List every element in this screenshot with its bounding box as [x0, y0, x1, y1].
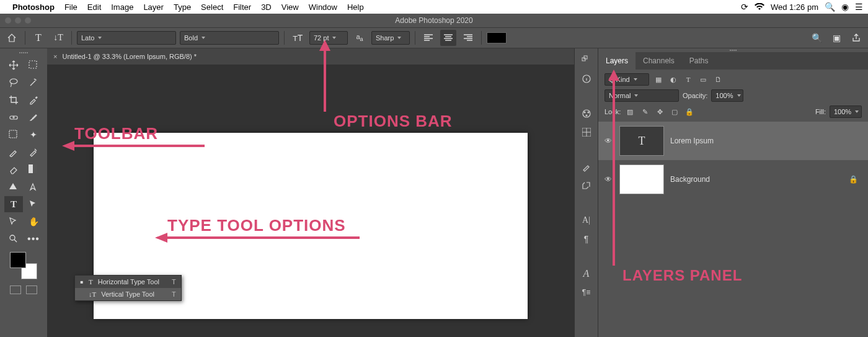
foreground-color-swatch[interactable] — [10, 252, 26, 268]
eraser-tool[interactable] — [4, 161, 23, 177]
gradient-tool[interactable] — [24, 161, 43, 177]
menu-file[interactable]: File — [64, 2, 78, 12]
zoom-tool[interactable] — [4, 231, 23, 247]
history-brush-tool[interactable] — [24, 144, 43, 160]
direct-selection-tool[interactable] — [4, 213, 23, 230]
lasso-tool[interactable] — [4, 74, 23, 91]
info-panel-icon[interactable] — [581, 73, 592, 84]
glyphs-panel-icon[interactable]: A — [581, 268, 592, 279]
layer-thumbnail[interactable] — [619, 164, 664, 194]
pen-tool[interactable] — [24, 179, 43, 195]
type-tool-indicator-icon[interactable]: T — [30, 30, 46, 46]
menu-3d[interactable]: 3D — [261, 2, 272, 12]
home-button[interactable] — [4, 30, 20, 46]
grid-panel-icon[interactable] — [581, 127, 592, 138]
filter-smart-icon[interactable]: 🗋 — [712, 74, 724, 85]
flyout-vertical-type[interactable]: ↓T Vertical Type Tool T — [75, 288, 181, 300]
align-right-button[interactable] — [460, 30, 476, 46]
menu-window[interactable]: Window — [309, 2, 337, 12]
menubar-clock[interactable]: Wed 1:26 pm — [771, 2, 818, 12]
font-style-dropdown[interactable]: Bold — [180, 31, 279, 45]
tab-paths[interactable]: Paths — [682, 52, 716, 70]
screen-mode-button[interactable]: ▣ — [828, 30, 844, 46]
close-tab-icon[interactable]: × — [53, 53, 57, 60]
toolbar-grip[interactable] — [14, 52, 33, 55]
flyout-item-shortcut: T — [172, 278, 176, 285]
search-button[interactable]: 🔍 — [808, 30, 825, 46]
document-tab[interactable]: × Untitled-1 @ 33.3% (Lorem Ipsum, RGB/8… — [47, 48, 574, 65]
layer-thumbnail[interactable]: T — [619, 126, 664, 156]
type-tool-flyout: ■ T Horizontal Type Tool T ↓T Vertical T… — [74, 275, 182, 301]
brush-tool[interactable] — [24, 109, 43, 125]
menu-help[interactable]: Help — [347, 2, 364, 12]
clone-panel-icon[interactable] — [581, 180, 592, 191]
shape-triangle-tool[interactable] — [4, 179, 23, 195]
wifi-icon[interactable] — [755, 3, 764, 11]
align-left-button[interactable] — [420, 30, 436, 46]
filter-adjust-icon[interactable]: ◐ — [668, 74, 679, 85]
brush-panel-icon[interactable] — [581, 161, 592, 173]
visibility-toggle-icon[interactable]: 👁 — [603, 175, 613, 184]
filter-image-icon[interactable]: ▦ — [653, 74, 664, 85]
lock-all-icon[interactable]: 🔒 — [684, 106, 695, 117]
filter-shape-icon[interactable]: ▭ — [698, 74, 709, 85]
siri-icon[interactable]: ◉ — [841, 2, 849, 11]
lock-artboard-icon[interactable]: ▢ — [669, 106, 680, 117]
window-controls[interactable] — [5, 17, 31, 24]
tab-layers[interactable]: Layers — [598, 52, 636, 70]
move-tool[interactable] — [4, 57, 23, 73]
marquee-tool[interactable] — [24, 57, 43, 73]
type-tool[interactable]: T — [4, 196, 23, 212]
menu-filter[interactable]: Filter — [233, 2, 251, 12]
notification-center-icon[interactable]: ☰ — [855, 2, 863, 11]
layer-name[interactable]: Background — [670, 175, 710, 184]
opacity-dropdown[interactable]: 100% — [711, 89, 743, 102]
layer-row[interactable]: 👁 T Lorem Ipsum — [598, 122, 868, 160]
antialias-icon: aa — [352, 30, 368, 46]
clone-stamp-tool[interactable]: ✦ — [24, 127, 43, 143]
color-panel-icon[interactable] — [581, 55, 592, 66]
font-family-dropdown[interactable]: Lato — [77, 31, 176, 45]
menu-image[interactable]: Image — [111, 2, 133, 12]
lock-pixels-icon[interactable]: ▨ — [624, 106, 636, 117]
styles-panel-icon[interactable]: ¶≡ — [581, 287, 592, 298]
flyout-horizontal-type[interactable]: ■ T Horizontal Type Tool T — [75, 276, 181, 288]
paintbrush-tool[interactable] — [4, 144, 23, 160]
lock-brush-icon[interactable]: ✎ — [639, 106, 650, 117]
sync-icon[interactable]: ⟳ — [741, 2, 748, 11]
menu-view[interactable]: View — [281, 2, 299, 12]
fill-dropdown[interactable]: 100% — [830, 106, 862, 118]
tab-channels[interactable]: Channels — [636, 52, 682, 70]
lock-position-icon[interactable]: ✥ — [654, 106, 665, 117]
eyedropper-tool[interactable] — [24, 92, 43, 108]
hand-tool[interactable]: ✋ — [24, 213, 43, 230]
magic-wand-tool[interactable] — [24, 74, 43, 91]
character-panel-icon[interactable]: A| — [581, 215, 592, 226]
more-tools[interactable]: ••• — [24, 231, 43, 247]
align-center-button[interactable] — [440, 30, 456, 46]
menu-type[interactable]: Type — [174, 2, 191, 12]
layer-name[interactable]: Lorem Ipsum — [670, 137, 714, 145]
healing-brush-tool[interactable] — [4, 109, 23, 125]
path-selection-tool[interactable] — [24, 196, 43, 212]
menu-edit[interactable]: Edit — [87, 2, 101, 12]
text-orientation-toggle[interactable]: ↓T — [50, 30, 66, 46]
frame-tool[interactable] — [4, 127, 23, 143]
share-button[interactable] — [848, 30, 864, 46]
paragraph-panel-icon[interactable]: ¶ — [581, 233, 592, 245]
antialias-dropdown[interactable]: Sharp — [371, 31, 410, 45]
layer-row[interactable]: 👁 Background 🔒 — [598, 160, 868, 199]
quick-mask-toggle[interactable] — [10, 285, 21, 294]
blend-mode-dropdown[interactable]: Normal — [604, 89, 679, 102]
menu-select[interactable]: Select — [201, 2, 223, 12]
spotlight-icon[interactable]: 🔍 — [825, 2, 835, 11]
visibility-toggle-icon[interactable]: 👁 — [603, 137, 613, 145]
screen-mode-toggle[interactable] — [26, 285, 37, 294]
menu-layer[interactable]: Layer — [143, 2, 164, 12]
filter-type-icon[interactable]: T — [683, 74, 694, 85]
crop-tool[interactable] — [4, 92, 23, 108]
swatches-panel-icon[interactable] — [581, 108, 592, 119]
color-swatches[interactable] — [10, 252, 37, 279]
app-name-menu[interactable]: Photoshop — [12, 2, 55, 12]
text-color-swatch[interactable] — [487, 32, 507, 43]
